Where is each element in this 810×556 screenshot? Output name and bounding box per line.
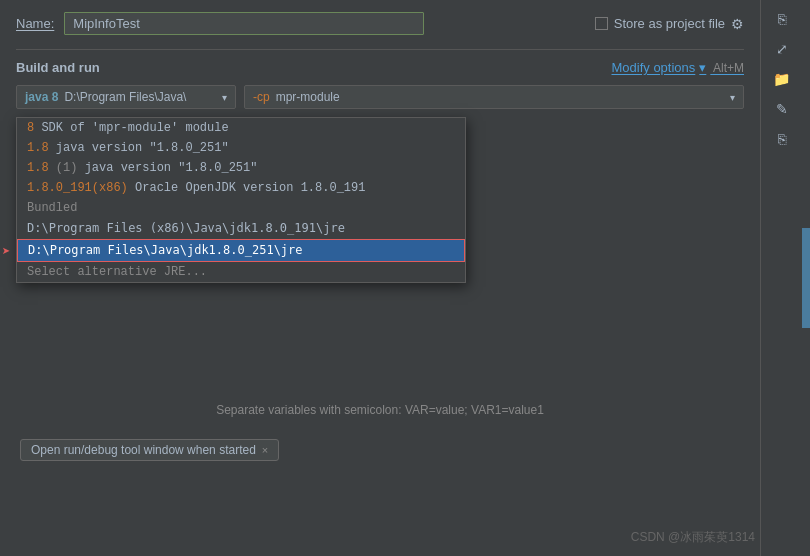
item3-rest: java version "1.8.0_251": [85, 161, 258, 175]
modify-options-button[interactable]: Modify options ▾ Alt+M: [611, 60, 744, 75]
store-checkbox-area: Store as project file ⚙: [595, 16, 744, 32]
name-label: Name:: [16, 16, 54, 31]
item3-middle: (1): [56, 161, 85, 175]
folder-icon-btn[interactable]: 📁: [766, 66, 798, 92]
chip-row: Open run/debug tool window when started …: [16, 433, 744, 467]
copy2-icon-btn[interactable]: ⎘: [766, 126, 798, 152]
item7-path: D:\Program Files\Java\jdk1.8.0_251\jre: [28, 243, 303, 257]
dropdown-item-6[interactable]: D:\Program Files (x86)\Java\jdk1.8.0_191…: [17, 218, 465, 239]
dropdowns-row: java 8 D:\Program Files\Java\ ▾ -cp mpr-…: [16, 85, 744, 109]
java-dropdown-arrow-icon: ▾: [222, 92, 227, 103]
java-dropdown-list: 8 SDK of 'mpr-module' module 1.8 java ve…: [16, 117, 466, 283]
item6-path: D:\Program Files (x86)\Java\jdk1.8.0_191…: [27, 221, 345, 235]
item1-rest: SDK of 'mpr-module' module: [41, 121, 228, 135]
item1-number: 8: [27, 121, 34, 135]
cp-dropdown-arrow-icon: ▾: [730, 92, 735, 103]
dropdown-item-4[interactable]: 1.8.0_191(x86) Oracle OpenJDK version 1.…: [17, 178, 465, 198]
modify-options-shortcut: Alt+M: [710, 61, 744, 75]
cp-value: mpr-module: [276, 90, 340, 104]
cp-flag: -cp: [253, 90, 270, 104]
chip-close-button[interactable]: ×: [262, 444, 268, 456]
edit-icon-btn[interactable]: ✎: [766, 96, 798, 122]
watermark: CSDN @冰雨茱萸1314: [631, 529, 755, 546]
item5-label: Bundled: [27, 201, 77, 215]
section-title: Build and run: [16, 60, 100, 75]
dropdown-item-2[interactable]: 1.8 java version "1.8.0_251": [17, 138, 465, 158]
dropdown-item-5[interactable]: Bundled: [17, 198, 465, 218]
java-dropdown-label: java 8: [25, 90, 58, 104]
dropdown-item-7[interactable]: ➤ D:\Program Files\Java\jdk1.8.0_251\jre: [17, 239, 465, 262]
item2-rest: java version "1.8.0_251": [56, 141, 229, 155]
java-dropdown[interactable]: java 8 D:\Program Files\Java\ ▾: [16, 85, 236, 109]
item4-rest: Oracle OpenJDK version 1.8.0_191: [135, 181, 365, 195]
dropdown-item-3[interactable]: 1.8 (1) java version "1.8.0_251": [17, 158, 465, 178]
chip-label: Open run/debug tool window when started: [31, 443, 256, 457]
name-input[interactable]: [64, 12, 424, 35]
copy-icon-btn[interactable]: ⎘: [766, 6, 798, 32]
right-sidebar-strip: [802, 0, 810, 556]
item4-number: 1.8.0_191(x86): [27, 181, 128, 195]
expand-icon-btn[interactable]: ⤢: [766, 36, 798, 62]
item3-number: 1.8: [27, 161, 49, 175]
java-dropdown-path: D:\Program Files\Java\: [64, 90, 186, 104]
cp-dropdown[interactable]: -cp mpr-module ▾: [244, 85, 744, 109]
store-label: Store as project file: [614, 16, 725, 31]
section-header: Build and run Modify options ▾ Alt+M: [16, 60, 744, 75]
modify-options-label: Modify options: [611, 60, 695, 75]
chevron-down-icon: ▾: [699, 60, 706, 75]
header-row: Name: Store as project file ⚙: [16, 12, 744, 35]
info-text: Separate variables with semicolon: VAR=v…: [16, 399, 744, 421]
arrow-indicator: ➤: [2, 242, 10, 259]
sidebar-strip-blue: [802, 228, 810, 328]
item8-label: Select alternative JRE...: [27, 265, 207, 279]
section-divider: [16, 49, 744, 50]
main-panel: Name: Store as project file ⚙ Build and …: [0, 0, 760, 556]
gear-icon[interactable]: ⚙: [731, 16, 744, 32]
chip-open-window: Open run/debug tool window when started …: [20, 439, 279, 461]
store-checkbox[interactable]: [595, 17, 608, 30]
item2-number: 1.8: [27, 141, 49, 155]
right-icon-panel: ⎘ ⤢ 📁 ✎ ⎘: [760, 0, 802, 556]
dropdown-item-1[interactable]: 8 SDK of 'mpr-module' module: [17, 118, 465, 138]
dropdown-item-8[interactable]: Select alternative JRE...: [17, 262, 465, 282]
